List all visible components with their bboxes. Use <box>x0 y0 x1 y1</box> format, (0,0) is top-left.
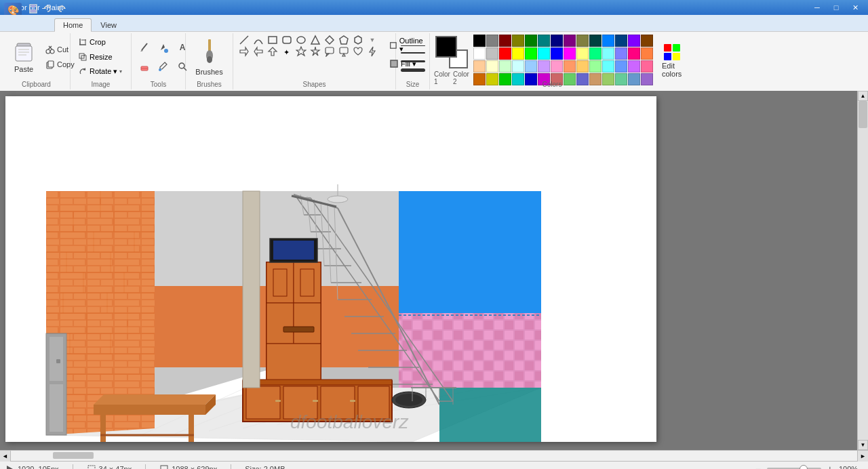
color-navy[interactable] <box>551 35 563 47</box>
zoom-thumb[interactable] <box>800 465 808 470</box>
scroll-track[interactable] <box>858 101 868 440</box>
fill-tool[interactable] <box>155 39 172 56</box>
color-darkteal2[interactable] <box>589 35 601 47</box>
color-darkyellow[interactable] <box>576 35 589 47</box>
paste-button[interactable]: Paste <box>7 37 41 77</box>
color-darkblue2[interactable] <box>615 35 627 47</box>
color-skyblue[interactable] <box>615 60 627 73</box>
color-white[interactable] <box>473 47 486 60</box>
color-green[interactable] <box>525 47 537 60</box>
shape-rect[interactable] <box>266 35 279 45</box>
color-orchid[interactable] <box>628 60 640 73</box>
shape-arrow-up[interactable] <box>266 46 279 57</box>
qa-redo[interactable] <box>56 3 68 15</box>
shape-triangle[interactable] <box>309 35 322 45</box>
color-brown[interactable] <box>641 35 653 47</box>
color-yellow[interactable] <box>512 47 524 60</box>
svg-marker-171 <box>94 394 216 405</box>
vertical-scrollbar[interactable]: ▲ ▼ <box>857 91 868 450</box>
shape-curve[interactable] <box>252 35 265 45</box>
color-deeprose[interactable] <box>641 60 653 73</box>
color-lightgreen[interactable] <box>589 47 601 60</box>
color-silver[interactable] <box>486 47 498 60</box>
maximize-button[interactable]: □ <box>827 1 845 14</box>
color-olive[interactable] <box>512 35 524 47</box>
color-cornflower[interactable] <box>525 60 537 73</box>
shape-star4[interactable] <box>294 46 308 57</box>
shape-callout2[interactable] <box>337 46 351 57</box>
color-lightgreen2[interactable] <box>589 60 601 73</box>
qa-save[interactable] <box>27 3 39 15</box>
color-darkred[interactable] <box>499 35 511 47</box>
crop-button[interactable]: Crop <box>75 35 109 49</box>
shape-lightning[interactable] <box>366 46 379 57</box>
shape-4arrow[interactable]: ✦ <box>280 46 294 57</box>
tab-view[interactable]: View <box>92 18 125 31</box>
brushes-button[interactable]: Brushes <box>189 35 229 79</box>
color-sandybrown[interactable] <box>576 60 589 73</box>
shape-arrow-right[interactable] <box>237 46 251 57</box>
scroll-down-button[interactable]: ▼ <box>858 440 868 450</box>
color-honeydew[interactable] <box>499 60 511 73</box>
scroll-up-button[interactable]: ▲ <box>858 91 868 101</box>
color-cyan[interactable] <box>538 47 550 60</box>
h-scroll-track[interactable] <box>11 451 857 461</box>
resize-button[interactable]: Resize <box>75 50 116 64</box>
color-darkgray[interactable] <box>486 35 498 47</box>
shape-arrow-left[interactable] <box>252 46 265 57</box>
scroll-right-button[interactable]: ► <box>857 451 868 462</box>
color-violet[interactable] <box>628 35 640 47</box>
minimize-button[interactable]: ─ <box>808 1 826 14</box>
color-electricblue[interactable] <box>602 60 614 73</box>
color-picker-tool[interactable] <box>155 58 172 75</box>
shape-arrow-down[interactable]: ▼ <box>366 35 379 45</box>
color-aqua[interactable] <box>602 47 614 60</box>
eraser-tool[interactable] <box>136 58 153 75</box>
color-salmon[interactable] <box>564 60 576 73</box>
h-scroll-thumb[interactable] <box>53 452 94 459</box>
color-lightyellow2[interactable] <box>486 60 498 73</box>
color-lightblue[interactable] <box>602 35 614 47</box>
shape-star5[interactable] <box>309 46 322 57</box>
color-lavender[interactable] <box>538 60 550 73</box>
qa-undo[interactable] <box>41 3 54 15</box>
shape-diamond[interactable] <box>323 35 336 45</box>
color-darkgreen[interactable] <box>525 35 537 47</box>
color-orange[interactable] <box>641 47 653 60</box>
scroll-thumb[interactable] <box>859 101 867 128</box>
shape-pentagon[interactable] <box>337 35 351 45</box>
svg-rect-58 <box>401 60 425 62</box>
color-black[interactable] <box>473 35 486 47</box>
horizontal-scrollbar[interactable]: ◄ ► <box>0 450 868 461</box>
color-purple[interactable] <box>564 35 576 47</box>
color-teal[interactable] <box>538 35 550 47</box>
color-blue[interactable] <box>551 47 563 60</box>
shape-line[interactable] <box>237 35 251 45</box>
color-lightyellow[interactable] <box>576 47 589 60</box>
colors-group-label: Colors <box>430 81 674 88</box>
shape-hexagon[interactable] <box>351 35 365 45</box>
shape-heart[interactable] <box>351 46 365 57</box>
pencil-tool[interactable] <box>136 39 153 56</box>
rotate-button[interactable]: Rotate ▾ ▾ <box>75 65 125 79</box>
edit-colors-button[interactable]: Edit colors <box>657 39 686 81</box>
canvas-wrapper[interactable]: dfootballoverz <box>0 91 857 450</box>
scroll-left-button[interactable]: ◄ <box>0 451 11 462</box>
close-button[interactable]: ✕ <box>846 1 864 14</box>
shape-callout[interactable] <box>323 46 336 57</box>
shape-roundrect[interactable] <box>280 35 294 45</box>
color-red[interactable] <box>499 47 511 60</box>
svg-rect-157 <box>273 241 314 260</box>
color-periwinkle[interactable] <box>615 47 627 60</box>
shape-ellipse[interactable] <box>294 35 308 45</box>
color-hotpink[interactable] <box>628 47 640 60</box>
color1-swatch[interactable] <box>435 36 457 58</box>
tab-home[interactable]: Home <box>54 18 92 32</box>
drawing-canvas[interactable]: dfootballoverz <box>5 96 656 442</box>
color-lightcyan[interactable] <box>512 60 524 73</box>
zoom-out-button[interactable]: − <box>753 464 763 470</box>
color-lightpink[interactable] <box>551 60 563 73</box>
zoom-in-button[interactable]: + <box>825 464 835 470</box>
color-peach[interactable] <box>473 60 486 73</box>
color-magenta[interactable] <box>564 47 576 60</box>
